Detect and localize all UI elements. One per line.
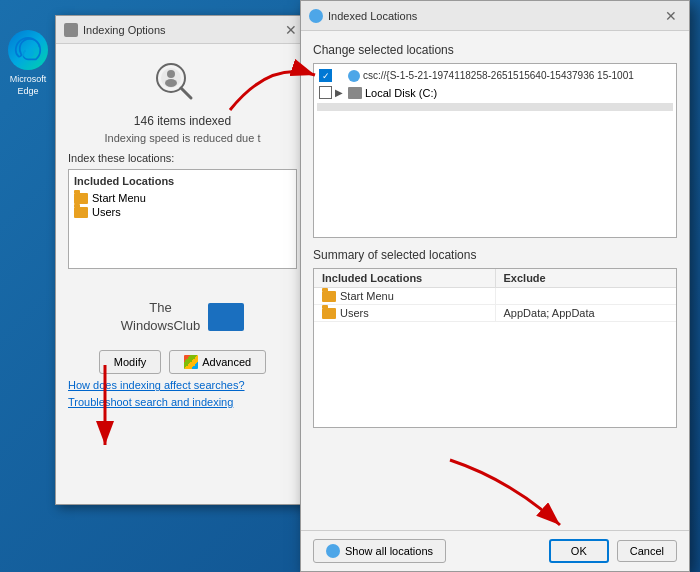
drive-icon: [348, 87, 362, 99]
indexing-dialog-title: Indexing Options: [83, 24, 166, 36]
summary-col-locations: Included Locations: [314, 269, 496, 287]
indexing-dialog-icon: [64, 23, 78, 37]
indexing-graphic-icon: [153, 56, 203, 106]
show-all-locations-button[interactable]: Show all locations: [313, 539, 446, 563]
summary-cell-exclude: AppData; AppData: [496, 305, 677, 321]
indexing-speed-label: Indexing speed is reduced due t: [68, 132, 297, 144]
items-indexed-label: 146 items indexed: [68, 114, 297, 128]
show-all-label: Show all locations: [345, 545, 433, 557]
summary-cell-location: Start Menu: [314, 288, 496, 304]
titlebar-left: Indexing Options: [64, 23, 166, 37]
summary-cell-location: Users: [314, 305, 496, 321]
csc-path-text: csc://{S-1-5-21-1974118258-2651515640-15…: [363, 70, 634, 81]
edge-icon-area: Microsoft Edge: [8, 30, 48, 97]
show-all-icon: [326, 544, 340, 558]
tree-item-local-disk[interactable]: ▶ Local Disk (C:): [317, 84, 673, 101]
ok-button[interactable]: OK: [549, 539, 609, 563]
svg-point-4: [165, 79, 177, 87]
summary-header-row: Included Locations Exclude: [314, 269, 676, 288]
indexing-titlebar: Indexing Options ✕: [56, 16, 309, 44]
indexing-buttons-row: Modify Advanced: [68, 350, 297, 374]
brand-logo-icon: [208, 303, 244, 331]
summary-label: Summary of selected locations: [313, 248, 677, 262]
location-name: Users: [92, 206, 121, 218]
csc-icon: [348, 70, 360, 82]
modify-button[interactable]: Modify: [99, 350, 161, 374]
indexed-dialog-title: Indexed Locations: [328, 10, 417, 22]
indexing-close-button[interactable]: ✕: [281, 22, 301, 38]
indexed-titlebar: Indexed Locations ✕: [301, 1, 689, 31]
list-item: Start Menu: [74, 191, 291, 205]
summary-location-name: Users: [340, 307, 369, 319]
horizontal-scrollbar[interactable]: [317, 103, 673, 111]
brand-watermark: TheWindowsClub: [68, 299, 297, 335]
indexed-locations-dialog: Indexed Locations ✕ Change selected loca…: [300, 0, 690, 572]
cancel-button[interactable]: Cancel: [617, 540, 677, 562]
svg-point-3: [167, 70, 175, 78]
edge-label: Microsoft Edge: [10, 73, 47, 97]
local-disk-checkbox[interactable]: [319, 86, 332, 99]
summary-col-exclude: Exclude: [496, 269, 677, 287]
summary-location-name: Start Menu: [340, 290, 394, 302]
included-locations-header: Included Locations: [74, 175, 291, 187]
summary-cell-exclude: [496, 288, 677, 304]
folder-icon: [322, 308, 336, 319]
advanced-button[interactable]: Advanced: [169, 350, 266, 374]
locations-tree-box[interactable]: csc://{S-1-5-21-1974118258-2651515640-15…: [313, 63, 677, 238]
indexed-dialog-icon: [309, 9, 323, 23]
svg-line-5: [181, 88, 191, 98]
change-locations-label: Change selected locations: [313, 43, 677, 57]
desktop: Microsoft Edge Indexing Options ✕: [0, 0, 700, 572]
indexing-dialog: Indexing Options ✕ 146 items: [55, 15, 310, 505]
indexed-title-left: Indexed Locations: [309, 9, 417, 23]
indexed-close-button[interactable]: ✕: [661, 8, 681, 24]
summary-row: Users AppData; AppData: [314, 305, 676, 322]
tree-item-csc[interactable]: csc://{S-1-5-21-1974118258-2651515640-15…: [317, 67, 673, 84]
included-locations-box: Included Locations Start Menu Users: [68, 169, 297, 269]
troubleshoot-link[interactable]: Troubleshoot search and indexing: [68, 396, 297, 408]
indexing-body: 146 items indexed Indexing speed is redu…: [56, 44, 309, 420]
folder-icon: [74, 207, 88, 218]
summary-section: Included Locations Exclude Start Menu Us…: [313, 268, 677, 428]
summary-row: Start Menu: [314, 288, 676, 305]
folder-icon: [74, 193, 88, 204]
advanced-label: Advanced: [202, 356, 251, 368]
brand-text: TheWindowsClub: [121, 299, 200, 335]
folder-icon: [322, 291, 336, 302]
index-these-locations-label: Index these locations:: [68, 152, 297, 164]
indexing-icon-row: [68, 56, 297, 106]
svg-point-0: [22, 49, 34, 57]
indexing-help-link[interactable]: How does indexing affect searches?: [68, 379, 297, 391]
location-name: Start Menu: [92, 192, 146, 204]
csc-checkbox[interactable]: [319, 69, 332, 82]
edge-icon: [8, 30, 48, 70]
list-item: Users: [74, 205, 291, 219]
indexed-body: Change selected locations csc://{S-1-5-2…: [301, 31, 689, 440]
indexed-bottom-bar: Show all locations OK Cancel: [301, 530, 689, 571]
local-disk-text: Local Disk (C:): [365, 87, 437, 99]
expand-chevron[interactable]: ▶: [335, 87, 345, 98]
win-icon: [184, 355, 198, 369]
